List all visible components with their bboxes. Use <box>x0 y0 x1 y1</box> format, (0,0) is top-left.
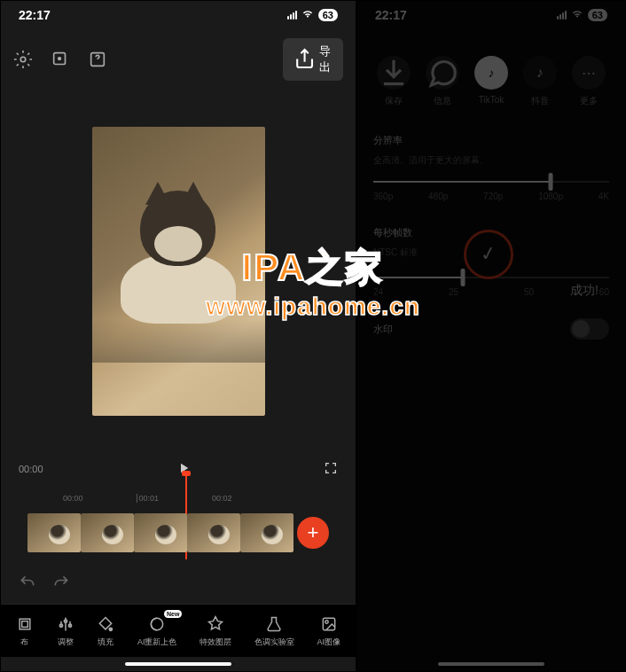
battery-indicator: 63 <box>318 9 338 21</box>
tool-adjust[interactable]: 调整 <box>57 615 74 648</box>
svg-point-9 <box>109 628 112 630</box>
clip-track[interactable]: + <box>1 506 356 559</box>
undo-button[interactable] <box>19 572 36 593</box>
clip-thumbnail[interactable] <box>27 513 81 552</box>
svg-rect-5 <box>22 621 28 628</box>
signal-icon <box>557 11 567 20</box>
success-text: 成功! <box>570 283 599 299</box>
more-icon: ⋯ <box>572 56 606 90</box>
clip-thumbnail[interactable] <box>134 513 187 552</box>
clip-thumbnail[interactable] <box>240 513 293 552</box>
status-time: 22:17 <box>375 8 407 22</box>
resolution-label: 分辨率 <box>373 134 609 147</box>
message-icon <box>426 56 459 90</box>
share-douyin[interactable]: ♪ 抖音 <box>523 56 557 107</box>
clip-thumbnail[interactable] <box>187 513 240 552</box>
resolution-desc: 全高清。适用于更大的屏幕。 <box>373 154 609 167</box>
playback-controls: 00:00 <box>1 453 356 485</box>
svg-point-2 <box>59 58 61 60</box>
status-indicators: 63 <box>557 8 607 23</box>
export-label: 导出 <box>319 43 333 75</box>
signal-icon <box>287 11 297 20</box>
share-message[interactable]: 信息 <box>426 56 459 107</box>
svg-point-12 <box>325 621 328 623</box>
download-icon <box>377 56 411 90</box>
wifi-icon <box>571 8 583 23</box>
share-save[interactable]: 保存 <box>377 56 411 107</box>
ai-image-icon <box>320 615 338 633</box>
add-clip-button[interactable]: + <box>297 517 329 549</box>
history-controls <box>1 559 356 598</box>
tiktok-icon: ♪ <box>474 56 508 90</box>
export-icon <box>293 48 316 70</box>
status-bar: 22:17 63 <box>357 1 625 29</box>
wifi-icon <box>301 8 314 23</box>
preview-frame <box>92 127 265 416</box>
video-preview[interactable] <box>1 90 356 453</box>
share-row: 保存 信息 ♪ TikTok ♪ 抖音 ⋯ 更多 <box>357 29 625 121</box>
resolution-section: 分辨率 全高清。适用于更大的屏幕。 360p 480p 720p 1080p 4… <box>357 121 625 214</box>
slider-thumb[interactable] <box>548 173 552 191</box>
help-icon[interactable] <box>88 50 107 69</box>
settings-icon[interactable] <box>13 50 33 69</box>
tool-fill[interactable]: 填充 <box>97 615 114 648</box>
recolor-icon <box>148 615 166 633</box>
time-current: 00:00 <box>19 464 43 474</box>
timeline: 00:00 00:01 00:02 + <box>1 485 356 604</box>
watermark-row: 水印 <box>357 309 625 348</box>
editor-screen: 22:17 63 导出 <box>0 0 356 672</box>
tool-canvas[interactable]: 布 <box>16 615 34 648</box>
lab-icon <box>265 615 283 633</box>
tool-ai-recolor[interactable]: New AI重新上色 <box>137 615 177 648</box>
tool-fx[interactable]: 特效图层 <box>200 615 231 648</box>
time-ruler: 00:00 00:01 00:02 <box>1 490 356 506</box>
resolution-slider[interactable] <box>373 181 609 183</box>
export-button[interactable]: 导出 <box>283 38 343 81</box>
fps-section: 每秒帧数 NTSC 标准 ✓ 24 25 50 60 成功! <box>357 214 625 309</box>
share-tiktok[interactable]: ♪ TikTok <box>474 56 508 107</box>
fps-selection-circle: ✓ <box>464 230 513 279</box>
layers-icon[interactable] <box>51 50 70 69</box>
status-bar: 22:17 63 <box>1 1 356 29</box>
clip-thumbnail[interactable] <box>81 513 134 552</box>
status-time: 22:17 <box>19 8 51 22</box>
douyin-icon: ♪ <box>523 56 557 90</box>
check-icon: ✓ <box>479 242 498 268</box>
watermark-label: 水印 <box>373 323 393 336</box>
home-indicator[interactable] <box>438 662 544 666</box>
tool-color-lab[interactable]: 色调实验室 <box>254 615 294 648</box>
crop-icon <box>16 615 34 633</box>
adjust-icon <box>57 615 74 633</box>
resolution-options: 360p 480p 720p 1080p 4K <box>373 191 609 201</box>
slider-thumb[interactable] <box>461 269 466 286</box>
svg-point-0 <box>20 57 26 62</box>
home-indicator[interactable] <box>125 662 231 666</box>
bottom-toolbar: 布 调整 填充 New AI重新上色 特效图层 色调实验室 AI图像 <box>1 604 356 657</box>
fill-icon <box>97 615 114 633</box>
status-indicators: 63 <box>287 8 338 23</box>
svg-rect-11 <box>323 618 334 629</box>
share-more[interactable]: ⋯ 更多 <box>572 56 606 107</box>
top-toolbar: 导出 <box>1 29 356 90</box>
fullscreen-button[interactable] <box>324 461 338 477</box>
new-badge: New <box>164 610 182 618</box>
tool-ai-image[interactable]: AI图像 <box>317 615 341 648</box>
battery-indicator: 63 <box>588 9 607 21</box>
watermark-toggle[interactable] <box>570 318 609 340</box>
export-screen: 22:17 63 保存 信息 ♪ TikTok ♪ 抖音 ⋯ 更多 <box>356 0 626 672</box>
fx-icon <box>207 615 224 633</box>
redo-button[interactable] <box>52 572 70 593</box>
